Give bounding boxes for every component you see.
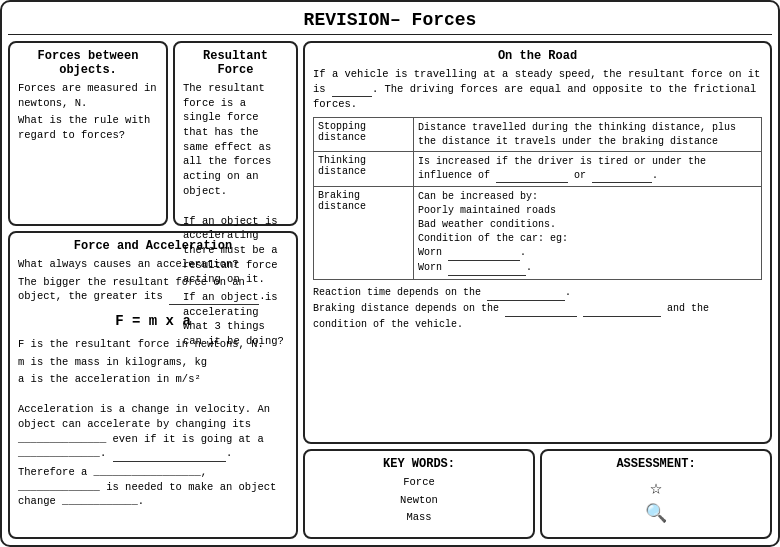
thinking-def: Is increased if the driver is tired or u… [414, 152, 762, 187]
assessment-title: ASSESSMENT: [550, 457, 762, 471]
resultant-text1: The resultant force is a single force th… [183, 81, 288, 199]
forces-box-title: Forces between objects. [18, 49, 158, 77]
forces-box: Forces between objects. Forces are measu… [8, 41, 168, 226]
accel-blank1 [169, 289, 259, 305]
therefore-text: Therefore a _________________, _________… [18, 465, 288, 509]
main-content: Forces between objects. Forces are measu… [8, 41, 772, 539]
formula: F = m x a [18, 313, 288, 329]
force-accel-text1: What always causes an acceleration? [18, 257, 288, 272]
thinking-term: Thinking distance [314, 152, 414, 187]
braking-term: Braking distance [314, 187, 414, 280]
page-title: REVISION– Forces [8, 8, 772, 35]
stopping-term: Stopping distance [314, 118, 414, 152]
resultant-box: Resultant Force The resultant force is a… [173, 41, 298, 226]
accel-text: Acceleration is a change in velocity. An… [18, 402, 288, 462]
assessment-box: ASSESSMENT: ☆ 🔍 [540, 449, 772, 539]
left-column: Forces between objects. Forces are measu… [8, 41, 298, 539]
stopping-row: Stopping distance Distance travelled dur… [314, 118, 762, 152]
forces-text1: Forces are measured in newtons, N. [18, 81, 158, 110]
stopping-def: Distance travelled during the thinking d… [414, 118, 762, 152]
star-icon: ☆ [550, 475, 762, 500]
keywords-assessment-row: KEY WORDS: Force Newton Mass ASSESSMENT:… [303, 449, 772, 539]
on-road-intro: If a vehicle is travelling at a steady s… [313, 67, 762, 112]
force-accel-title: Force and Acceleration [18, 239, 288, 253]
braking-def: Can be increased by: Poorly maintained r… [414, 187, 762, 280]
page-wrapper: REVISION– Forces Forces between objects.… [0, 0, 780, 547]
braking-row: Braking distance Can be increased by: Po… [314, 187, 762, 280]
keyword-mass: Mass [313, 510, 525, 525]
forces-text2: What is the rule with regard to forces? [18, 113, 158, 142]
reaction-text: Reaction time depends on the . Braking d… [313, 285, 762, 332]
thinking-row: Thinking distance Is increased if the dr… [314, 152, 762, 187]
on-road-box: On the Road If a vehicle is travelling a… [303, 41, 772, 444]
keywords-title: KEY WORDS: [313, 457, 525, 471]
right-column: On the Road If a vehicle is travelling a… [303, 41, 772, 539]
force-desc3: a is the acceleration in m/s² [18, 372, 288, 387]
accel-blank2 [113, 446, 226, 462]
force-desc2: m is the mass in kilograms, kg [18, 355, 288, 370]
force-desc1: F is the resultant force in newtons, N. [18, 337, 288, 352]
force-accel-text2: The bigger the resultant force on an obj… [18, 275, 288, 305]
on-road-title: On the Road [313, 49, 762, 63]
keywords-box: KEY WORDS: Force Newton Mass [303, 449, 535, 539]
force-accel-box: Force and Acceleration What always cause… [8, 231, 298, 539]
resultant-box-title: Resultant Force [183, 49, 288, 77]
distances-table: Stopping distance Distance travelled dur… [313, 117, 762, 280]
keyword-force: Force [313, 475, 525, 490]
keyword-newton: Newton [313, 493, 525, 508]
search-icon: 🔍 [550, 502, 762, 524]
